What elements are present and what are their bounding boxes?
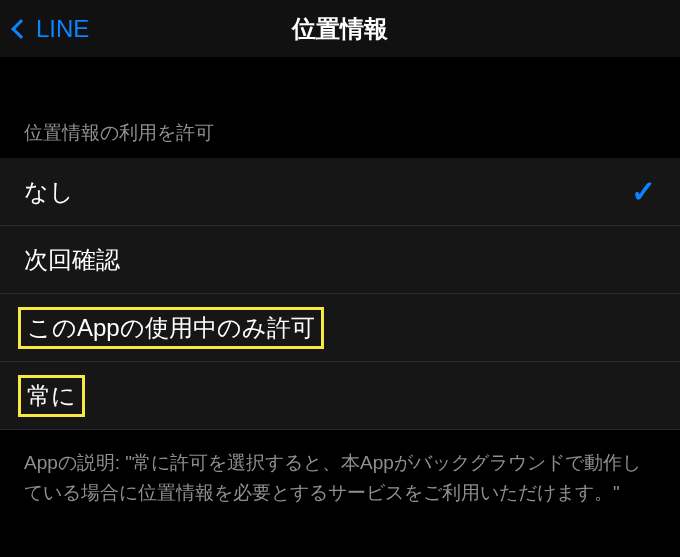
back-button-label: LINE (36, 15, 89, 43)
navigation-bar: LINE 位置情報 (0, 0, 680, 58)
checkmark-icon: ✓ (631, 174, 656, 209)
option-label: なし (24, 176, 74, 208)
page-title: 位置情報 (292, 13, 388, 45)
option-always[interactable]: 常に (0, 362, 680, 430)
option-while-using[interactable]: このAppの使用中のみ許可 (0, 294, 680, 362)
option-label: 常に (18, 375, 85, 417)
options-list: なし ✓ 次回確認 このAppの使用中のみ許可 常に (0, 158, 680, 430)
section-header: 位置情報の利用を許可 (0, 106, 680, 158)
option-ask-next-time[interactable]: 次回確認 (0, 226, 680, 294)
spacer (0, 58, 680, 106)
footer-description: Appの説明: "常に許可を選択すると、本Appがバックグラウンドで動作している… (0, 430, 680, 527)
option-label: このAppの使用中のみ許可 (18, 307, 324, 349)
back-button[interactable]: LINE (0, 15, 89, 43)
option-label: 次回確認 (24, 244, 120, 276)
option-none[interactable]: なし ✓ (0, 158, 680, 226)
chevron-left-icon (11, 19, 31, 39)
